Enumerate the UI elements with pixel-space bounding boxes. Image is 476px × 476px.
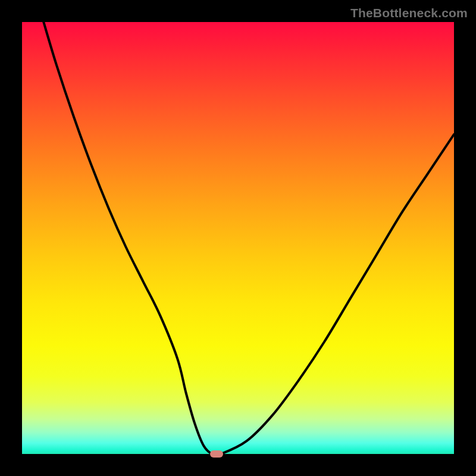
watermark-text: TheBottleneck.com	[350, 6, 468, 20]
chart-frame: TheBottleneck.com	[0, 0, 476, 476]
plot-area	[22, 22, 454, 454]
curve-path	[43, 22, 454, 454]
optimal-marker	[210, 450, 223, 458]
bottleneck-curve	[22, 22, 454, 454]
